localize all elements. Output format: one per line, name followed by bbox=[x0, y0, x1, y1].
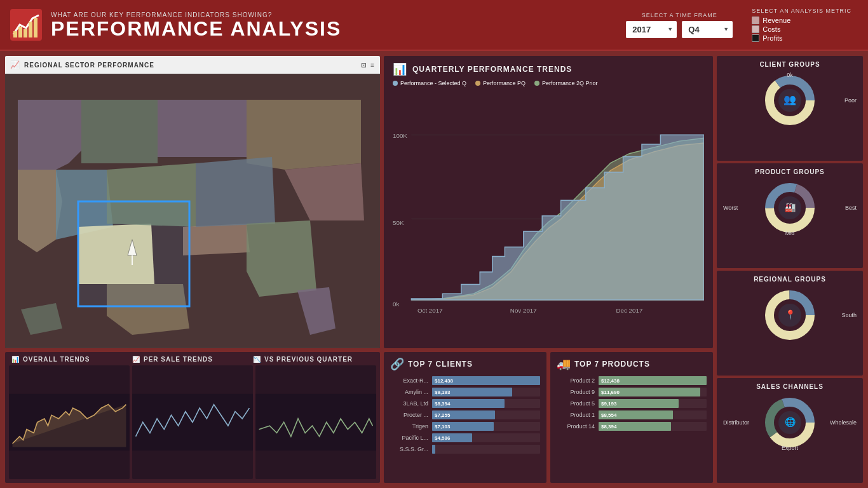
product-groups-section: PRODUCT GROUPS Worst Best Mid 🏭 bbox=[717, 163, 863, 268]
product-row: Product 14 $8,394 bbox=[557, 422, 707, 431]
product-bar: $8,394 bbox=[599, 422, 671, 431]
revenue-label: Revenue bbox=[763, 17, 790, 24]
svg-rect-1 bbox=[13, 31, 17, 37]
timeframe-label: SELECT A TIME FRAME bbox=[642, 12, 717, 18]
client-bar: $7,255 bbox=[432, 410, 495, 419]
map-panel-title: REGIONAL SECTOR PERFORMANCE bbox=[24, 62, 154, 69]
regional-groups-label-south: South bbox=[841, 312, 857, 318]
client-bar-wrap bbox=[432, 445, 540, 454]
client-bar: $12,438 bbox=[432, 376, 540, 385]
overall-trends-title: 📊 OVERALL TRENDS bbox=[11, 356, 132, 363]
svg-rect-5 bbox=[34, 18, 37, 37]
map-panel: 📈 REGIONAL SECTOR PERFORMANCE ⊡ ≡ bbox=[5, 56, 380, 348]
product-bar: $11,690 bbox=[599, 388, 700, 396]
main-content: 📈 REGIONAL SECTOR PERFORMANCE ⊡ ≡ bbox=[0, 51, 868, 488]
client-row: Exact-R... $12,438 bbox=[390, 376, 540, 385]
top7-products-header: 🚚 TOP 7 PRODUCTS bbox=[557, 357, 707, 371]
svg-rect-3 bbox=[24, 29, 27, 37]
sales-channels-label-export: Export bbox=[782, 445, 798, 451]
product-name: Product 5 bbox=[557, 400, 595, 407]
svg-text:🌐: 🌐 bbox=[785, 417, 796, 428]
svg-text:🏭: 🏭 bbox=[785, 202, 796, 213]
product-bar: $9,193 bbox=[599, 399, 679, 408]
product-row: Product 1 $8,554 bbox=[557, 410, 707, 419]
regional-groups-donut: South 📍 bbox=[723, 287, 857, 344]
product-donut-svg: 🏭 bbox=[764, 182, 815, 233]
year-select[interactable]: 2017 2016 2015 bbox=[626, 21, 677, 38]
analysis-label: SELECT AN ANALYSIS METRIC bbox=[752, 8, 851, 14]
map-panel-header: 📈 REGIONAL SECTOR PERFORMANCE ⊡ ≡ bbox=[5, 56, 380, 74]
year-select-wrapper[interactable]: 2017 2016 2015 bbox=[626, 21, 677, 38]
y-label-100k: 100K bbox=[393, 132, 407, 139]
client-name: Amylin ... bbox=[390, 389, 428, 395]
mini-charts-header: 📊 OVERALL TRENDS 📈 PER SALE TRENDS 📉 VS … bbox=[5, 352, 380, 365]
client-bar-wrap: $4,586 bbox=[432, 433, 540, 442]
client-name: Procter ... bbox=[390, 412, 428, 418]
metric-costs[interactable]: Costs bbox=[752, 25, 790, 33]
client-name: S.S.S. Gr... bbox=[390, 446, 428, 452]
profits-label: Profits bbox=[763, 34, 782, 42]
legend-label-pq: Performance PQ bbox=[483, 80, 526, 86]
product-bar-wrap: $11,690 bbox=[599, 388, 707, 396]
client-bar: $9,193 bbox=[432, 388, 512, 396]
client-row: Procter ... $7,255 bbox=[390, 410, 540, 419]
vs-prev-chart bbox=[255, 365, 376, 479]
map-chart-icon: 📈 bbox=[10, 60, 20, 69]
product-bar-wrap: $8,394 bbox=[599, 422, 707, 431]
product-bar-wrap: $8,554 bbox=[599, 410, 707, 419]
trends-icon: 📊 bbox=[393, 62, 407, 76]
product-bar: $8,554 bbox=[599, 410, 673, 419]
map-control-menu[interactable]: ≡ bbox=[370, 62, 375, 69]
client-name: Pacific L... bbox=[390, 435, 428, 441]
metric-profits[interactable]: Profits bbox=[752, 34, 790, 42]
profits-box bbox=[752, 34, 759, 42]
revenue-box bbox=[752, 17, 759, 24]
quarter-select-wrapper[interactable]: Q4 Q3 Q2 Q1 bbox=[682, 21, 733, 38]
sales-channels-label-wholesale: Wholesale bbox=[830, 419, 857, 426]
client-groups-section: CLIENT GROUPS 0k Poor 👥 bbox=[717, 56, 863, 161]
bottom-left-panel: 📊 OVERALL TRENDS 📈 PER SALE TRENDS 📉 VS … bbox=[5, 352, 380, 483]
per-sale-trends-chart bbox=[132, 365, 253, 479]
metric-options: Revenue Costs Profits bbox=[752, 17, 790, 42]
client-name: Trigen bbox=[390, 423, 428, 430]
client-name: 3LAB, Ltd bbox=[390, 400, 428, 407]
y-label-0k: 0k bbox=[393, 301, 399, 308]
per-sale-trends-title: 📈 PER SALE TRENDS bbox=[132, 356, 253, 363]
product-groups-donut: Worst Best Mid 🏭 bbox=[723, 179, 857, 236]
sales-channels-label-distributor: Distributor bbox=[723, 419, 749, 426]
quarter-select[interactable]: Q4 Q3 Q2 Q1 bbox=[682, 21, 733, 38]
client-bar-wrap: $7,255 bbox=[432, 410, 540, 419]
client-bar: $7,103 bbox=[432, 422, 494, 431]
svg-rect-2 bbox=[18, 27, 22, 37]
product-row: Product 2 $12,438 bbox=[557, 376, 707, 385]
legend-dot-selected bbox=[393, 81, 398, 86]
quarterly-trends-header: 📊 QUARTERLY PERFORMANCE TRENDS bbox=[384, 56, 713, 79]
title-block: WHAT ARE OUR KEY PERFORMANCE INDICATORS … bbox=[51, 11, 341, 39]
timeframe-block: SELECT A TIME FRAME 2017 2016 2015 Q4 Q3… bbox=[626, 12, 733, 38]
product-row: Product 9 $11,690 bbox=[557, 388, 707, 396]
header-title: PERFORMANCE ANALYSIS bbox=[51, 18, 341, 39]
product-name: Product 9 bbox=[557, 389, 595, 395]
per-sale-icon: 📈 bbox=[132, 356, 140, 363]
products-list: Product 2 $12,438 Product 9 $11,690 Prod… bbox=[557, 376, 707, 433]
per-sale-svg bbox=[132, 365, 253, 479]
client-bar-wrap: $9,193 bbox=[432, 388, 540, 396]
legend-dot-2q bbox=[534, 81, 539, 86]
client-row: Trigen $7,103 bbox=[390, 422, 540, 431]
product-bar-wrap: $9,193 bbox=[599, 399, 707, 408]
legend-label-2q: Performance 2Q Prior bbox=[542, 80, 598, 86]
legend-label-selected: Performance - Selected Q bbox=[400, 80, 466, 86]
metric-revenue[interactable]: Revenue bbox=[752, 17, 790, 24]
client-row: Amylin ... $9,193 bbox=[390, 388, 540, 396]
map-controls[interactable]: ⊡ ≡ bbox=[361, 62, 375, 69]
chart-legend: Performance - Selected Q Performance PQ … bbox=[384, 79, 713, 89]
map-container[interactable] bbox=[5, 74, 380, 348]
quarterly-chart-area: 0k 50K 100K Oct 2017 Nov bbox=[384, 89, 713, 330]
product-row: Product 5 $9,193 bbox=[557, 399, 707, 408]
map-control-grid[interactable]: ⊡ bbox=[361, 62, 367, 69]
overall-trends-chart bbox=[9, 365, 130, 479]
regional-groups-section: REGIONAL GROUPS South 📍 bbox=[717, 271, 863, 376]
product-groups-label-mid: Mid bbox=[785, 230, 795, 236]
product-bar: $12,438 bbox=[599, 376, 707, 385]
top7-clients-header: 🔗 TOP 7 CLIENTS bbox=[390, 357, 540, 371]
